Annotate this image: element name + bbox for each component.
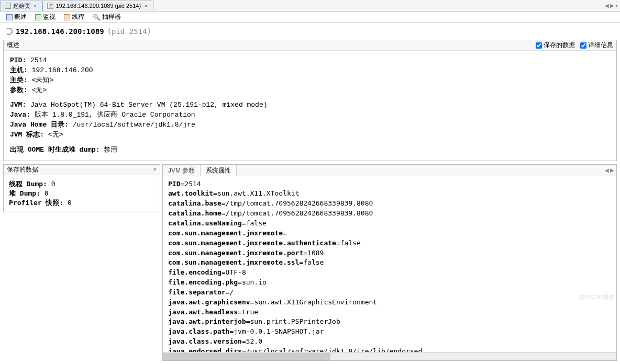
subtab-threads[interactable]: 线程 <box>61 12 87 22</box>
property-row: java.awt.headless=true <box>168 308 611 317</box>
property-value: sun.awt.X11GraphicsEnvironment <box>254 298 377 306</box>
property-key: awt.toolkit <box>168 189 213 197</box>
chevron-right-icon[interactable]: ▶ <box>610 3 614 8</box>
close-icon[interactable]: × <box>143 3 148 9</box>
property-key: file.encoding.pkg <box>168 278 238 286</box>
java-icon <box>47 3 53 9</box>
inner-tab-bar: JVM 参数 系统属性 ◀ ▶ <box>163 165 616 176</box>
reload-icon[interactable] <box>5 28 13 35</box>
heap-dump-label: 堆 Dump: <box>9 189 40 197</box>
property-row: com.sun.management.jmxremote.port=1089 <box>168 248 611 258</box>
threads-icon <box>64 14 70 20</box>
subtab-overview[interactable]: 概述 <box>3 12 30 22</box>
chevron-left-icon[interactable]: ◀ <box>605 167 609 173</box>
args-label: 参数: <box>10 86 28 94</box>
property-key: java.awt.headless <box>168 308 238 316</box>
property-row: java.class.version=52.0 <box>168 337 611 347</box>
chevron-left-icon[interactable]: ◀ <box>605 3 609 8</box>
horizontal-scrollbar[interactable] <box>163 352 616 360</box>
box-icon <box>5 3 11 9</box>
subtab-label: 抽样器 <box>102 13 121 21</box>
tab-label: 起始页 <box>13 2 30 10</box>
checkbox-label: 保存的数据 <box>544 41 575 50</box>
property-row: com.sun.management.jmxremote.ssl=false <box>168 258 611 268</box>
chevron-right-icon[interactable]: ▶ <box>610 167 614 173</box>
class-label: 主类: <box>10 76 28 84</box>
property-row: com.sun.management.jmxremote.authenticat… <box>168 238 611 248</box>
property-value: / <box>229 288 234 296</box>
inner-tab-sys-props[interactable]: 系统属性 <box>201 165 237 176</box>
sampler-icon: 🔍 <box>93 14 101 21</box>
property-key: com.sun.management.jmxremote <box>168 229 283 237</box>
subtab-monitor[interactable]: 监视 <box>32 12 59 22</box>
top-tab-host[interactable]: 192.168.146.200:1089 (pid 2514) × <box>42 1 153 11</box>
property-value: 52.0 <box>246 337 262 345</box>
property-key: java.class.version <box>168 337 242 345</box>
property-value: false <box>246 219 267 227</box>
property-value: /usr/local/software/jdk1.8/jre/lib/endor… <box>246 347 423 352</box>
profiler-snapshot-label: Profiler 快照: <box>9 199 63 207</box>
host-value: 192.168.146.200 <box>32 66 93 74</box>
property-value: sun.io <box>242 278 267 286</box>
property-value: 1089 <box>307 249 324 257</box>
property-row: file.separator=/ <box>168 288 611 298</box>
close-icon[interactable]: × <box>32 3 38 9</box>
property-key: catalina.home <box>168 209 222 217</box>
monitor-icon <box>35 14 41 20</box>
java-label: Java: <box>10 111 30 119</box>
menu-down-icon[interactable]: ▾ <box>615 3 618 8</box>
overview-title: 概述 <box>7 41 19 50</box>
system-props-list[interactable]: PID=2514awt.toolkit=sun.awt.X11.XToolkit… <box>163 176 616 352</box>
detail-checkbox[interactable]: 详细信息 <box>580 41 613 50</box>
jvm-value: Java HotSpot(TM) 64-Bit Server VM (25.19… <box>30 101 267 109</box>
property-key: com.sun.management.jmxremote.port <box>168 249 303 257</box>
flags-value: <无> <box>48 131 63 139</box>
property-key: file.separator <box>168 288 226 296</box>
checkbox-label: 详细信息 <box>588 41 613 50</box>
property-value: UTF-8 <box>226 268 246 276</box>
property-row: java.class.path=jvm-0.0.1-SNAPSHOT.jar <box>168 327 611 337</box>
oome-value: 禁用 <box>104 146 117 154</box>
subtab-sampler[interactable]: 🔍 抽样器 <box>90 12 124 22</box>
inner-tab-jvm-args[interactable]: JVM 参数 <box>163 165 201 176</box>
property-key: java.endorsed.dirs <box>168 347 242 352</box>
scrollbar-thumb[interactable] <box>163 353 330 360</box>
top-tab-bar: 起始页 × 192.168.146.200:1089 (pid 2514) × … <box>0 0 620 12</box>
tab-nav: ◀ ▶ ▾ <box>605 3 620 8</box>
property-row: java.endorsed.dirs=/usr/local/software/j… <box>168 347 611 352</box>
args-value: <无> <box>32 86 47 94</box>
subtab-label: 线程 <box>72 13 84 21</box>
profiler-snapshot-value: 0 <box>68 199 72 207</box>
java-value: 版本 1.8.0_191, 供应商 Oracle Corporation <box>35 111 195 119</box>
saved-data-checkbox[interactable]: 保存的数据 <box>536 41 575 50</box>
top-tab-home[interactable]: 起始页 × <box>0 1 42 11</box>
property-value: sun.print.PSPrinterJob <box>250 317 340 325</box>
overview-section: 概述 保存的数据 详细信息 PID: 2514 主机: 192.168.146.… <box>3 40 617 161</box>
page-header: 192.168.146.200:1089 (pid 2514) <box>0 23 620 40</box>
property-row: catalina.base=/tmp/tomcat.70956282426683… <box>168 199 611 209</box>
property-value: sun.awt.X11.XToolkit <box>217 189 300 197</box>
pid-value: 2514 <box>30 56 47 64</box>
page-pid: (pid 2514) <box>107 27 151 36</box>
property-value: false <box>303 258 324 266</box>
property-key: java.awt.printerjob <box>168 317 246 325</box>
details-panel: JVM 参数 系统属性 ◀ ▶ PID=2514awt.toolkit=sun.… <box>162 164 617 361</box>
host-label: 主机: <box>10 66 28 74</box>
property-row: file.encoding.pkg=sun.io <box>168 278 611 288</box>
overview-body: PID: 2514 主机: 192.168.146.200 主类: <未知> 参… <box>4 51 616 161</box>
property-row: PID=2514 <box>168 179 611 189</box>
oome-label: 出现 OOME 时生成堆 dump: <box>10 146 100 154</box>
overview-icon <box>6 14 13 20</box>
saved-data-checkbox-input[interactable] <box>536 42 542 49</box>
property-value: true <box>242 308 258 316</box>
property-value: 2514 <box>184 180 201 188</box>
property-key: catalina.useNaming <box>168 219 242 227</box>
property-key: java.class.path <box>168 327 229 335</box>
property-key: file.encoding <box>168 268 222 276</box>
property-value: jvm-0.0.1-SNAPSHOT.jar <box>234 327 324 335</box>
flags-label: JVM 标志: <box>10 131 44 139</box>
property-key: PID <box>168 180 180 188</box>
saved-data-title: 保存的数据 <box>7 165 38 174</box>
close-icon[interactable]: × <box>153 166 157 173</box>
detail-checkbox-input[interactable] <box>580 42 586 49</box>
